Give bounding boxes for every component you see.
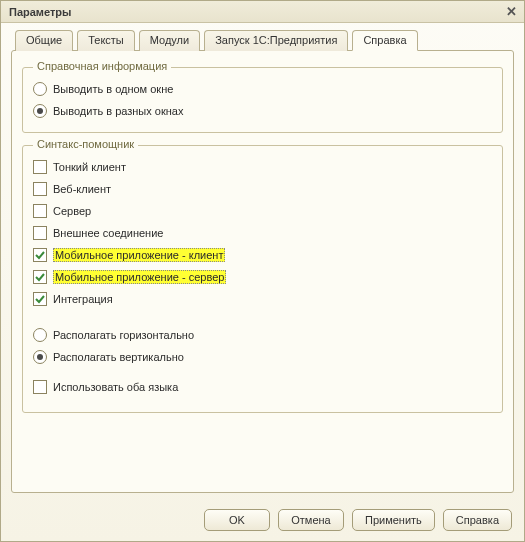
radio-multi-window[interactable]	[33, 104, 47, 118]
radio-multi-window-row[interactable]: Выводить в разных окнах	[33, 100, 492, 122]
checkbox-thin-client[interactable]	[33, 160, 47, 174]
checkbox-both-languages[interactable]	[33, 380, 47, 394]
ok-button[interactable]: OK	[204, 509, 270, 531]
checkbox-thin-client-label: Тонкий клиент	[53, 161, 126, 173]
checkbox-integration-row[interactable]: Интеграция	[33, 288, 492, 310]
tab-texts[interactable]: Тексты	[77, 30, 135, 51]
checkbox-integration-label: Интеграция	[53, 293, 113, 305]
checkbox-both-languages-label: Использовать оба языка	[53, 381, 178, 393]
checkbox-mobile-app-server-label: Мобильное приложение - сервер	[53, 270, 226, 284]
titlebar: Параметры ✕	[1, 1, 524, 23]
radio-one-window-row[interactable]: Выводить в одном окне	[33, 78, 492, 100]
group-help-info: Справочная информация Выводить в одном о…	[22, 67, 503, 133]
checkbox-mobile-app-client[interactable]	[33, 248, 47, 262]
checkbox-mobile-app-server-row[interactable]: Мобильное приложение - сервер	[33, 266, 492, 288]
close-icon[interactable]: ✕	[502, 4, 520, 20]
radio-layout-vertical-label: Располагать вертикально	[53, 351, 184, 363]
radio-one-window[interactable]	[33, 82, 47, 96]
tab-general[interactable]: Общие	[15, 30, 73, 51]
radio-one-window-label: Выводить в одном окне	[53, 83, 173, 95]
checkbox-external-connection-row[interactable]: Внешнее соединение	[33, 222, 492, 244]
tab-help[interactable]: Справка	[352, 30, 417, 51]
group-syntax-helper: Синтакс-помощник Тонкий клиентВеб-клиент…	[22, 145, 503, 413]
apply-button[interactable]: Применить	[352, 509, 435, 531]
radio-layout-vertical[interactable]	[33, 350, 47, 364]
checkbox-external-connection[interactable]	[33, 226, 47, 240]
tab-panel-help: Справочная информация Выводить в одном о…	[11, 50, 514, 493]
radio-layout-horizontal-row[interactable]: Располагать горизонтально	[33, 324, 492, 346]
checkbox-thin-client-row[interactable]: Тонкий клиент	[33, 156, 492, 178]
content-area: Общие Тексты Модули Запуск 1С:Предприяти…	[1, 23, 524, 501]
checkbox-external-connection-label: Внешнее соединение	[53, 227, 163, 239]
radio-layout-horizontal[interactable]	[33, 328, 47, 342]
radio-layout-vertical-row[interactable]: Располагать вертикально	[33, 346, 492, 368]
checkbox-mobile-app-client-label: Мобильное приложение - клиент	[53, 248, 225, 262]
checkbox-server-row[interactable]: Сервер	[33, 200, 492, 222]
tab-launch[interactable]: Запуск 1С:Предприятия	[204, 30, 348, 51]
checkbox-mobile-app-client-row[interactable]: Мобильное приложение - клиент	[33, 244, 492, 266]
tab-strip: Общие Тексты Модули Запуск 1С:Предприяти…	[11, 29, 514, 50]
window-title: Параметры	[9, 6, 502, 18]
group-help-info-legend: Справочная информация	[33, 60, 171, 72]
tab-modules[interactable]: Модули	[139, 30, 200, 51]
radio-layout-horizontal-label: Располагать горизонтально	[53, 329, 194, 341]
radio-multi-window-label: Выводить в разных окнах	[53, 105, 183, 117]
checkbox-web-client-row[interactable]: Веб-клиент	[33, 178, 492, 200]
checkbox-web-client-label: Веб-клиент	[53, 183, 111, 195]
checkbox-mobile-app-server[interactable]	[33, 270, 47, 284]
checkbox-server-label: Сервер	[53, 205, 91, 217]
checkbox-integration[interactable]	[33, 292, 47, 306]
dialog-footer: OK Отмена Применить Справка	[1, 501, 524, 541]
dialog-window: Параметры ✕ Общие Тексты Модули Запуск 1…	[0, 0, 525, 542]
help-button[interactable]: Справка	[443, 509, 512, 531]
cancel-button[interactable]: Отмена	[278, 509, 344, 531]
checkbox-web-client[interactable]	[33, 182, 47, 196]
checkbox-server[interactable]	[33, 204, 47, 218]
checkbox-both-languages-row[interactable]: Использовать оба языка	[33, 376, 492, 398]
group-syntax-legend: Синтакс-помощник	[33, 138, 138, 150]
